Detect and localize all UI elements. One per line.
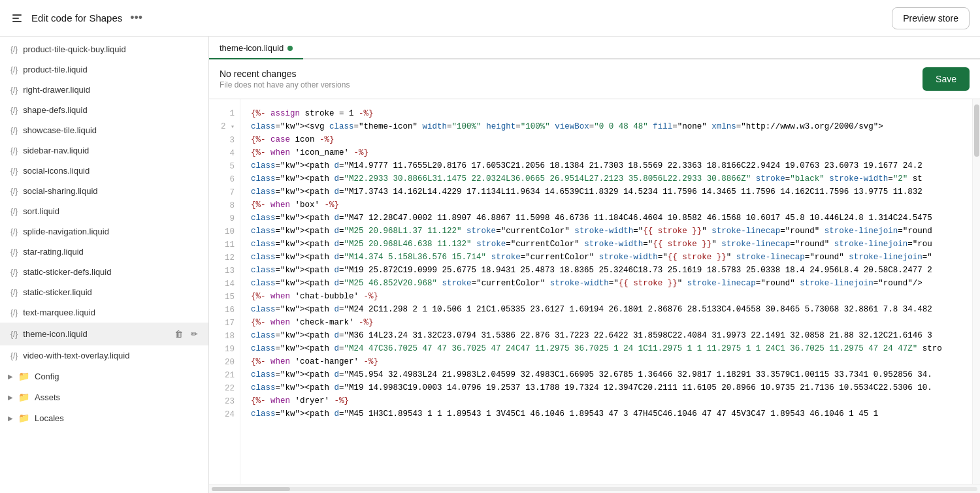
back-icon[interactable] xyxy=(10,12,24,25)
more-options-icon[interactable]: ••• xyxy=(130,11,142,25)
sidebar-item-label: static-sticker.liquid xyxy=(23,287,201,297)
top-bar-left: Edit code for Shapes ••• xyxy=(10,11,142,25)
file-icon: {/} xyxy=(10,146,18,155)
folder-icon: 📁 xyxy=(18,371,29,381)
sidebar-folder[interactable]: ▶ 📁 Assets xyxy=(0,387,208,407)
code-line: {%- when 'dryer' -%} xyxy=(240,394,972,407)
folder-arrow-icon: ▶ xyxy=(8,415,13,422)
version-info-label: File does not have any other versions xyxy=(220,80,350,89)
sidebar-item[interactable]: {/} right-drawer.liquid xyxy=(0,80,208,100)
line-number: 8 xyxy=(209,199,240,212)
line-number: 6 xyxy=(209,173,240,186)
sidebar-item-label: static-sticker-defs.liquid xyxy=(23,267,201,277)
code-line: {%- assign stroke = 1 -%} xyxy=(240,107,972,120)
sidebar-item-label: shape-defs.liquid xyxy=(23,105,201,115)
line-number: 16 xyxy=(209,304,240,317)
sidebar-item[interactable]: {/} static-sticker-defs.liquid xyxy=(0,262,208,282)
svg-rect-2 xyxy=(12,21,22,22)
sidebar-item-label: video-with-text-overlay.liquid xyxy=(23,351,201,360)
folder-icon: 📁 xyxy=(18,392,29,402)
line-number: 2 ▾ xyxy=(209,120,240,134)
sidebar-folder[interactable]: ▶ 📁 Locales xyxy=(0,407,208,428)
svg-rect-1 xyxy=(12,18,19,19)
sidebar-item[interactable]: {/} text-marquee.liquid xyxy=(0,302,208,323)
sidebar-item-label: right-drawer.liquid xyxy=(23,85,201,95)
code-line: class="kw"><path d="M19 14.9983C19.0003 … xyxy=(240,381,972,394)
sidebar-item[interactable]: {/} product-tile-quick-buy.liquid xyxy=(0,39,208,59)
line-number: 3 xyxy=(209,134,240,147)
code-line: {%- when 'check-mark' -%} xyxy=(240,316,972,329)
active-tab[interactable]: theme-icon.liquid xyxy=(209,37,303,59)
folder-icon: 📁 xyxy=(18,413,29,423)
sidebar-item-label: product-tile.liquid xyxy=(23,65,201,74)
sidebar-item[interactable]: {/} sidebar-nav.liquid xyxy=(0,140,208,161)
line-number: 14 xyxy=(209,278,240,291)
sidebar-folder[interactable]: ▶ 📁 Config xyxy=(0,366,208,387)
sidebar-item[interactable]: {/} theme-icon.liquid 🗑 ✏ xyxy=(0,323,208,345)
sidebar-item[interactable]: {/} shape-defs.liquid xyxy=(0,100,208,120)
line-number: 24 xyxy=(209,408,240,421)
code-line: {%- when 'icon_name' -%} xyxy=(240,146,972,159)
horizontal-scrollbar-thumb[interactable] xyxy=(212,487,290,491)
folder-arrow-icon: ▶ xyxy=(8,373,13,380)
page-title: Edit code for Shapes xyxy=(31,12,122,24)
line-number: 18 xyxy=(209,330,240,343)
line-number: 5 xyxy=(209,160,240,173)
sidebar-item[interactable]: {/} video-with-text-overlay.liquid xyxy=(0,345,208,366)
sidebar-item-label: splide-navigation.liquid xyxy=(23,227,201,236)
sidebar-item[interactable]: {/} product-tile.liquid xyxy=(0,59,208,80)
code-line: class="kw"><svg class="theme-icon" width… xyxy=(240,120,972,133)
save-button[interactable]: Save xyxy=(923,67,970,91)
delete-file-button[interactable]: 🗑 xyxy=(172,328,186,340)
line-number: 1 xyxy=(209,107,240,120)
folder-label: Assets xyxy=(35,392,60,402)
code-line: {%- when 'box' -%} xyxy=(240,199,972,212)
code-line: class="kw"><path d="M14.374 5.158L36.576… xyxy=(240,251,972,264)
code-line: class="kw"><path d="M25 20.968L1.37 11.1… xyxy=(240,225,972,238)
code-line: class="kw"><path d="M47 12.28C47.0002 11… xyxy=(240,212,972,225)
sidebar-item[interactable]: {/} showcase-tile.liquid xyxy=(0,120,208,140)
item-actions: 🗑 ✏ xyxy=(172,328,201,340)
file-icon: {/} xyxy=(10,227,18,236)
code-editor: 12 ▾345678910111213141516171819202122232… xyxy=(209,99,980,484)
line-number: 19 xyxy=(209,343,240,356)
sidebar-item-label: text-marquee.liquid xyxy=(23,308,201,317)
sidebar-item-label: social-icons.liquid xyxy=(23,166,201,176)
line-numbers: 12 ▾345678910111213141516171819202122232… xyxy=(209,99,240,484)
bottom-scrollbar[interactable] xyxy=(209,484,980,493)
preview-store-button[interactable]: Preview store xyxy=(892,7,970,29)
file-icon: {/} xyxy=(10,45,18,54)
code-line: {%- when 'coat-hanger' -%} xyxy=(240,355,972,368)
editor-scrollbar[interactable] xyxy=(972,99,980,484)
file-icon: {/} xyxy=(10,126,18,135)
line-number: 12 xyxy=(209,251,240,264)
edit-file-button[interactable]: ✏ xyxy=(188,328,201,340)
tab-bar: theme-icon.liquid xyxy=(209,37,980,59)
svg-rect-0 xyxy=(12,14,22,16)
scrollbar-thumb[interactable] xyxy=(974,104,979,157)
file-icon: {/} xyxy=(10,65,18,74)
sidebar-item[interactable]: {/} social-sharing.liquid xyxy=(0,181,208,201)
code-line: {%- case icon -%} xyxy=(240,133,972,146)
line-number: 20 xyxy=(209,356,240,369)
sidebar-item[interactable]: {/} static-sticker.liquid xyxy=(0,282,208,302)
sidebar-item[interactable]: {/} sort.liquid xyxy=(0,201,208,221)
file-icon: {/} xyxy=(10,351,18,360)
tab-modified-dot xyxy=(287,46,293,51)
line-number: 15 xyxy=(209,291,240,304)
file-icon: {/} xyxy=(10,288,18,297)
line-number: 17 xyxy=(209,317,240,330)
sidebar: {/} product-tile-quick-buy.liquid {/} pr… xyxy=(0,37,209,493)
sidebar-item[interactable]: {/} star-rating.liquid xyxy=(0,242,208,262)
line-number: 23 xyxy=(209,395,240,408)
sidebar-item[interactable]: {/} social-icons.liquid xyxy=(0,161,208,181)
folder-label: Locales xyxy=(35,413,64,423)
file-icon: {/} xyxy=(10,247,18,257)
code-content[interactable]: {%- assign stroke = 1 -%}class="kw"><svg… xyxy=(240,99,972,484)
sidebar-item-label: star-rating.liquid xyxy=(23,247,201,257)
save-bar: No recent changes File does not have any… xyxy=(209,59,980,99)
code-line: class="kw"><path d="M24 47C36.7025 47 47… xyxy=(240,342,972,355)
folder-arrow-icon: ▶ xyxy=(8,394,13,401)
sidebar-item[interactable]: {/} splide-navigation.liquid xyxy=(0,221,208,242)
code-line: class="kw"><path d="M19 25.872C19.0999 2… xyxy=(240,264,972,277)
